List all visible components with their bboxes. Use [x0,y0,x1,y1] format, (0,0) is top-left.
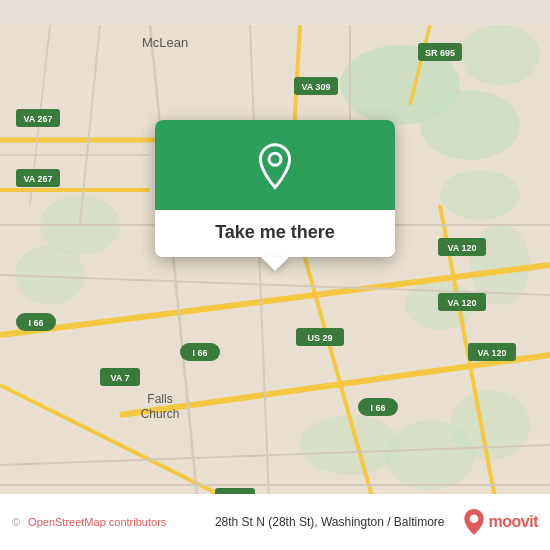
svg-text:I 66: I 66 [192,348,207,358]
svg-text:Church: Church [141,407,180,421]
svg-point-3 [460,25,540,85]
svg-point-62 [269,153,281,165]
svg-point-63 [469,514,478,523]
svg-point-11 [450,390,530,460]
svg-text:VA 267: VA 267 [23,174,52,184]
svg-text:Falls: Falls [147,392,172,406]
svg-text:McLean: McLean [142,35,188,50]
take-me-there-button[interactable]: Take me there [215,222,335,243]
svg-text:VA 120: VA 120 [447,243,476,253]
svg-text:I 66: I 66 [28,318,43,328]
moovit-pin-icon [463,508,485,536]
address-text: 28th St N (28th St), Washington / Baltim… [215,515,445,529]
svg-text:VA 120: VA 120 [447,298,476,308]
svg-text:I 66: I 66 [370,403,385,413]
svg-text:VA 309: VA 309 [301,82,330,92]
popup-card: Take me there [155,120,395,257]
svg-point-2 [420,90,520,160]
bottom-bar: © OpenStreetMap contributors 28th St N (… [0,494,550,550]
copyright-symbol: © [12,516,20,528]
popup-green-area [155,120,395,210]
map-container: SR 695 VA 309 VA 267 VA 267 VA 309 I 66 … [0,0,550,550]
svg-text:VA 7: VA 7 [110,373,129,383]
map-background: SR 695 VA 309 VA 267 VA 267 VA 309 I 66 … [0,0,550,550]
svg-point-4 [440,170,520,220]
openstreetmap-link[interactable]: OpenStreetMap contributors [28,516,166,528]
location-pin-icon [251,143,299,191]
svg-text:SR 695: SR 695 [425,48,455,58]
popup-label-area[interactable]: Take me there [155,210,395,257]
svg-text:VA 120: VA 120 [477,348,506,358]
svg-text:US 29: US 29 [307,333,332,343]
svg-text:VA 267: VA 267 [23,114,52,124]
moovit-brand-name: moovit [489,513,538,531]
moovit-logo: moovit [463,508,538,536]
